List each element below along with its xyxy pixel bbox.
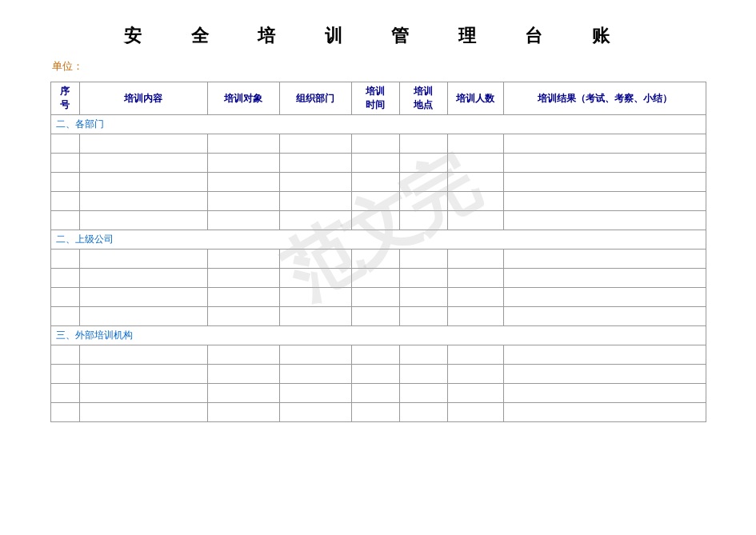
unit-line: 单位： <box>50 59 706 74</box>
header-result: 培训结果（考试、考察、小结） <box>503 82 706 115</box>
table-row <box>50 134 706 154</box>
header-target: 培训对象 <box>207 82 279 115</box>
section-title-3: 三、外部培训机构 <box>50 326 706 345</box>
header-count: 培训人数 <box>447 82 503 115</box>
table-row <box>50 307 706 326</box>
header-time: 培训时间 <box>351 82 399 115</box>
table-row <box>50 211 706 230</box>
table-row <box>50 288 706 307</box>
main-table: 序号 培训内容 培训对象 组织部门 培训时间 培训地点 培训人数 培训结果（考试… <box>50 82 706 422</box>
table-row <box>50 345 706 365</box>
page-container: 范文完 安 全 培 训 管 理 台 账 单位： 序号 培训内容 培训对象 组织部… <box>34 0 722 438</box>
section-row-1: 二、各部门 <box>50 115 706 134</box>
section-row-2: 二、上级公司 <box>50 230 706 250</box>
table-row <box>50 365 706 384</box>
table-row <box>50 192 706 211</box>
section-row-3: 三、外部培训机构 <box>50 326 706 345</box>
header-seq: 序号 <box>50 82 79 115</box>
table-row <box>50 384 706 403</box>
table-header-row: 序号 培训内容 培训对象 组织部门 培训时间 培训地点 培训人数 培训结果（考试… <box>50 82 706 115</box>
header-location: 培训地点 <box>399 82 447 115</box>
table-row <box>50 403 706 422</box>
table-row <box>50 250 706 269</box>
table-row <box>50 173 706 192</box>
header-content: 培训内容 <box>79 82 207 115</box>
header-dept: 组织部门 <box>279 82 351 115</box>
page-title: 安 全 培 训 管 理 台 账 <box>50 24 706 48</box>
unit-label: 单位： <box>52 60 83 72</box>
table-row <box>50 269 706 288</box>
section-title-1: 二、各部门 <box>50 115 706 134</box>
table-row <box>50 154 706 173</box>
section-title-2: 二、上级公司 <box>50 230 706 250</box>
